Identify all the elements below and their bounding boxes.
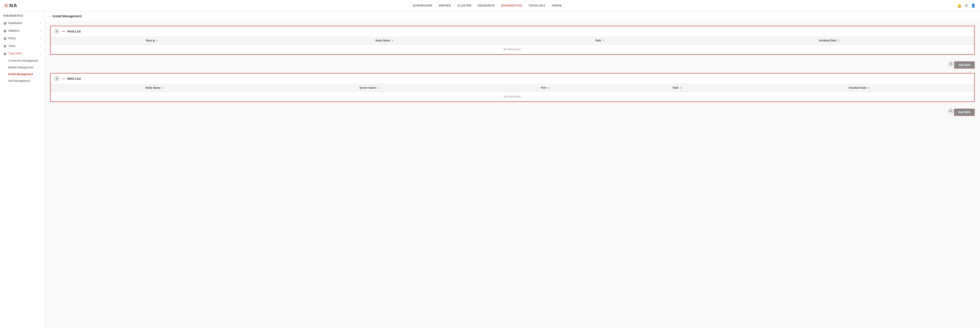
user-icon[interactable]: 👤 (971, 3, 975, 8)
nav-server[interactable]: SERVER (439, 4, 451, 7)
chevron-up-icon-3: ∧ (40, 37, 41, 40)
host-col-path[interactable]: Path ⇕ (515, 37, 684, 45)
was-table-header-row: Node Name ⇕ Server Name ⇕ Port ⇕ (51, 84, 974, 92)
gear-icon[interactable]: ⚙ (965, 3, 968, 8)
sort-icon-6: ⇕ (377, 87, 379, 89)
was-col-nodename[interactable]: Node Name ⇕ (51, 84, 258, 92)
policy-icon: ▦ (3, 37, 6, 40)
nav-icons: 🔔 ⚙ 👤 (957, 3, 975, 8)
sidebar-install-management[interactable]: Install Management (0, 71, 45, 78)
sidebar-item-dashboard[interactable]: ▦ Dashboard ∧ (0, 19, 45, 27)
sort-icon-4: ⇕ (838, 40, 840, 42)
content-header: ‹ Install Management (45, 11, 980, 21)
was-no-data: No data found. (51, 92, 974, 102)
add-was-button[interactable]: Add WAS (954, 109, 975, 116)
host-col-ip[interactable]: Host Ip ⇕ (51, 37, 253, 45)
sidebar-item-trace[interactable]: ▦ Trace ∧ (0, 42, 45, 50)
nav-links: DASHBOARD SERVER CLUSTER RESOURCE DIAGNO… (413, 4, 562, 7)
add-host-btn-row: ② Add Host (50, 59, 975, 73)
sort-icon: ⇕ (156, 40, 158, 42)
host-list-section: ① — Host List Host Ip ⇕ Node Name (50, 26, 975, 55)
host-list-header: ① — Host List (51, 26, 974, 37)
sidebar-dashboard-label: Dashboard (8, 22, 22, 25)
nav-topology[interactable]: TOPOLOGY (528, 4, 546, 7)
nav-diagnostics[interactable]: DIAGNOSTICS (501, 4, 522, 7)
host-list-number: ① (54, 29, 59, 34)
sort-icon-3: ⇕ (603, 40, 605, 42)
was-col-port[interactable]: Port ⇕ (480, 84, 610, 92)
sidebar-host-management[interactable]: Host Management (0, 78, 45, 84)
back-arrow[interactable]: ‹ (49, 14, 50, 18)
tunapm-icon: ▦ (3, 52, 6, 55)
sidebar: DIAGNOSTICS ▦ Dashboard ∧ ▦ Statistics ∧… (0, 11, 45, 328)
nav-admin[interactable]: ADMIN (552, 4, 562, 7)
statistics-icon: ▦ (3, 29, 6, 32)
logo-text: NA (10, 3, 18, 8)
host-col-installed-date[interactable]: Installed Date ⇕ (684, 37, 974, 45)
sidebar-item-policy[interactable]: ▦ Policy ∧ (0, 35, 45, 42)
sidebar-item-statistics[interactable]: ▦ Statistics ∧ (0, 27, 45, 35)
dashboard-icon: ▦ (3, 21, 6, 25)
nav-cluster[interactable]: CLUSTER (457, 4, 472, 7)
nav-dashboard[interactable]: DASHBOARD (413, 4, 433, 7)
sort-icon-5: ⇕ (162, 87, 164, 89)
was-list-title: WAS List (67, 77, 81, 80)
sidebar-tunapm-label: TunA APM (8, 52, 22, 55)
sort-icon-8: ⇕ (680, 87, 682, 89)
was-list-section: ③ — WAS List Node Name ⇕ Server Name (50, 73, 975, 102)
host-list-title: Host List (67, 30, 81, 33)
layout: DIAGNOSTICS ▦ Dashboard ∧ ▦ Statistics ∧… (0, 11, 980, 328)
sidebar-policy-label: Policy (8, 37, 16, 40)
add-was-number: ④ (948, 109, 953, 114)
add-was-btn-row: ④ Add WAS (50, 107, 975, 120)
sort-icon-9: ⇕ (867, 87, 869, 89)
host-no-data: No data found. (51, 45, 974, 54)
was-col-installed-date[interactable]: Installed Date ⇕ (744, 84, 974, 92)
logo: NA (5, 3, 18, 8)
main-content: ‹ Install Management ① — Host List Host … (45, 11, 980, 328)
chevron-up-icon-2: ∧ (40, 30, 41, 32)
host-col-nodename[interactable]: Node Name ⇕ (253, 37, 515, 45)
chevron-up-icon: ∧ (40, 22, 41, 24)
was-list-header: ③ — WAS List (51, 73, 974, 84)
was-list-table: Node Name ⇕ Server Name ⇕ Port ⇕ (51, 84, 974, 102)
sidebar-item-tunapm[interactable]: ▦ TunA APM ∨ (0, 50, 45, 57)
host-no-data-row: No data found. (51, 45, 974, 54)
content-body: ① — Host List Host Ip ⇕ Node Name (45, 21, 980, 125)
nav-resource[interactable]: RESOURCE (478, 4, 495, 7)
sidebar-title: DIAGNOSTICS (0, 11, 45, 19)
sidebar-statistics-label: Statistics (8, 29, 19, 32)
host-list-dash: — (62, 29, 65, 33)
was-list-dash: — (62, 76, 65, 81)
trace-icon: ▦ (3, 44, 6, 48)
was-no-data-row: No data found. (51, 92, 974, 102)
sidebar-connection-management[interactable]: Connection Management (0, 57, 45, 64)
chevron-up-icon-4: ∧ (40, 45, 41, 47)
add-host-number: ② (948, 61, 953, 66)
add-host-button[interactable]: Add Host (954, 61, 975, 68)
sidebar-module-management[interactable]: Module Management (0, 64, 45, 71)
was-col-path[interactable]: Path ⇕ (610, 84, 744, 92)
was-list-number: ③ (54, 76, 59, 81)
sort-icon-2: ⇕ (392, 40, 393, 42)
bell-icon[interactable]: 🔔 (957, 3, 962, 8)
sort-icon-7: ⇕ (547, 87, 549, 89)
sidebar-trace-label: Trace (8, 45, 16, 48)
chevron-down-icon: ∨ (40, 53, 41, 55)
logo-icon (5, 4, 8, 7)
page-title: Install Management (52, 14, 82, 18)
was-col-servername[interactable]: Server Name ⇕ (258, 84, 480, 92)
top-nav: NA DASHBOARD SERVER CLUSTER RESOURCE DIA… (0, 0, 980, 11)
host-table-header-row: Host Ip ⇕ Node Name ⇕ Path ⇕ (51, 37, 974, 45)
host-list-table: Host Ip ⇕ Node Name ⇕ Path ⇕ (51, 37, 974, 54)
